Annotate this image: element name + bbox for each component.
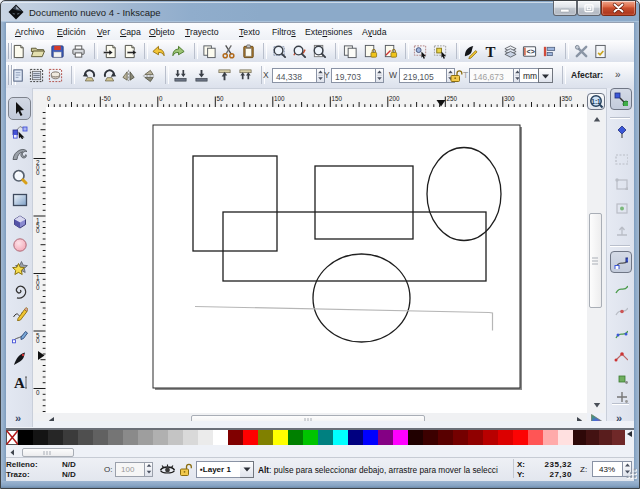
svg-text:0: 0 <box>36 169 40 176</box>
svg-text:<>: <> <box>526 48 534 56</box>
svg-text:200: 200 <box>389 95 400 102</box>
svg-text:1:1: 1:1 <box>591 98 601 105</box>
svg-text:0: 0 <box>47 95 51 102</box>
svg-text:0: 0 <box>36 227 40 234</box>
svg-text:A: A <box>14 375 25 390</box>
svg-text:100: 100 <box>274 95 285 102</box>
svg-text:150: 150 <box>332 95 343 102</box>
svg-text:0: 0 <box>36 284 40 291</box>
svg-text:250: 250 <box>447 95 458 102</box>
svg-text:0: 0 <box>36 389 40 396</box>
svg-text:T: T <box>485 44 495 59</box>
svg-text:0: 0 <box>159 95 163 102</box>
svg-text:50: 50 <box>217 95 225 102</box>
svg-text:-50: -50 <box>102 95 112 102</box>
svg-text:300: 300 <box>504 95 515 102</box>
svg-text:0: 0 <box>36 337 40 344</box>
svg-text:350: 350 <box>562 95 573 102</box>
